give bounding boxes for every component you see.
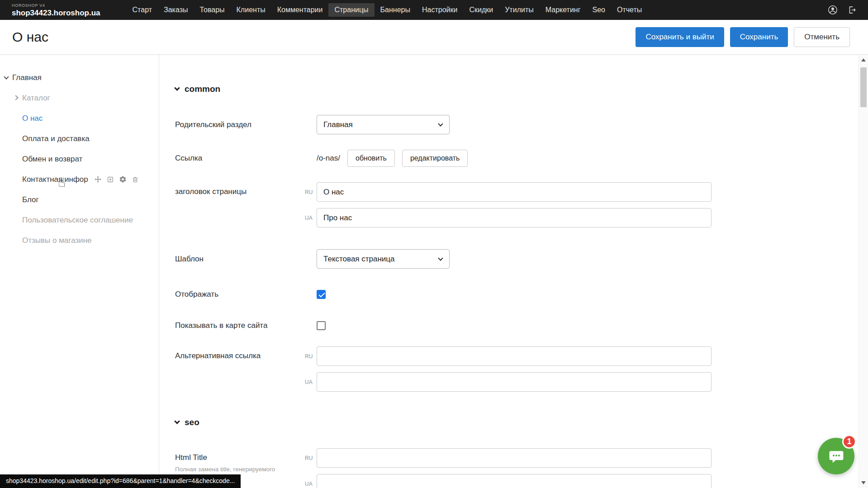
lang-ru-badge: RU — [305, 353, 317, 360]
topbar-menu-reports[interactable]: Отчеты — [611, 3, 648, 17]
sidebar-item-label: Отзывы о магазине — [22, 236, 92, 245]
topbar-menu-marketing[interactable]: Маркетинг — [540, 3, 587, 17]
template-select[interactable]: Текстовая страница — [317, 249, 450, 269]
page-title-ua-input[interactable] — [317, 208, 711, 227]
sidebar-item-katalog[interactable]: Каталог — [0, 88, 159, 108]
topbar-menu-discounts[interactable]: Скидки — [463, 3, 499, 17]
page-title-row: заголовок страницы RU UA — [175, 182, 859, 227]
alt-link-row: Альтернативная ссылка RU UA — [175, 346, 859, 392]
topbar-menu-clients[interactable]: Клиенты — [231, 3, 271, 17]
logout-icon[interactable] — [847, 5, 857, 15]
topbar: HOROSHOP V4 shop34423.horoshop.ua Старт … — [0, 0, 868, 20]
sidebar-item-label: Каталог — [22, 94, 50, 103]
field-label: Отображать — [175, 290, 317, 299]
edit-link-button[interactable]: редактировать — [402, 150, 468, 167]
move-icon[interactable] — [94, 175, 102, 183]
chevron-down-icon — [174, 418, 180, 424]
select-value: Текстовая страница — [323, 255, 395, 264]
chevron-down-icon[interactable] — [4, 74, 9, 79]
sidebar-item-label: О нас — [22, 114, 43, 123]
section-seo-header[interactable]: seo — [175, 417, 859, 427]
chevron-down-icon — [438, 121, 443, 126]
topbar-menu-orders[interactable]: Заказы — [158, 3, 194, 17]
display-row: Отображать — [175, 290, 859, 299]
lang-inputs: RU UA — [305, 182, 711, 227]
sidebar-item-label: Пользовательское соглашение — [22, 216, 133, 225]
html-title-ua-input[interactable] — [317, 474, 711, 488]
topbar-menu-settings[interactable]: Настройки — [416, 3, 463, 17]
sidebar-item-oplata-i-dostavka[interactable]: Оплата и доставка — [0, 128, 159, 149]
display-checkbox[interactable] — [317, 290, 326, 299]
topbar-menu-pages[interactable]: Страницы — [328, 3, 374, 17]
add-page-icon[interactable] — [107, 176, 114, 183]
sidebar-item-label: Обмен и возврат — [22, 155, 82, 164]
topbar-menu-seo[interactable]: Seo — [587, 3, 611, 17]
chevron-down-icon — [174, 85, 180, 91]
scroll-up-arrow[interactable] — [861, 58, 866, 62]
user-account-icon[interactable] — [827, 5, 838, 15]
settings-gear-icon[interactable] — [119, 175, 127, 183]
lang-inputs: RU UA — [305, 346, 711, 392]
save-button[interactable]: Сохранить — [730, 27, 788, 47]
sidebar-item-kontaktnaya-informatsiya[interactable]: Контактная инфор — [0, 169, 159, 190]
sidebar-item-o-nas[interactable]: О нас — [0, 108, 159, 128]
pages-tree-sidebar: Главная Каталог О нас Оплата и доставка … — [0, 55, 159, 488]
sidebar-item-label: Главная — [12, 73, 42, 82]
chat-launcher-button[interactable]: 1 — [818, 438, 854, 474]
lang-ua-badge: UA — [305, 215, 317, 221]
sidebar-item-glavnaya[interactable]: Главная — [0, 67, 159, 88]
chat-unread-badge: 1 — [842, 435, 856, 449]
refresh-link-button[interactable]: обновить — [347, 150, 395, 167]
vertical-scrollbar[interactable] — [859, 55, 868, 488]
brand-version-label: HOROSHOP V4 — [12, 4, 100, 8]
field-label: Родительский раздел — [175, 120, 317, 129]
sitemap-checkbox[interactable] — [317, 321, 326, 330]
topbar-menu: Старт Заказы Товары Клиенты Комментарии … — [127, 3, 648, 17]
cancel-button[interactable]: Отменить — [794, 27, 850, 47]
field-label: Ссылка — [175, 154, 317, 163]
field-label: Альтернативная ссылка — [175, 346, 305, 360]
save-and-exit-button[interactable]: Сохранить и выйти — [636, 27, 724, 47]
scrollbar-thumb[interactable] — [860, 67, 867, 107]
sidebar-item-label: Контактная инфор — [22, 175, 88, 184]
sidebar-item-blog[interactable]: Блог — [0, 190, 159, 210]
parent-section-row: Родительский раздел Главная — [175, 115, 859, 134]
topbar-menu-start[interactable]: Старт — [127, 3, 158, 17]
alt-link-ru-input[interactable] — [317, 346, 711, 366]
html-title-ru-input[interactable] — [317, 448, 711, 468]
lang-inputs: RU UA — [305, 448, 711, 488]
field-label: Html Title — [175, 453, 305, 462]
topbar-menu-products[interactable]: Товары — [194, 3, 231, 17]
page-url-path: /o-nas/ — [317, 154, 340, 163]
sidebar-item-obmen-i-vozvrat[interactable]: Обмен и возврат — [0, 149, 159, 169]
lang-ua-badge: UA — [305, 379, 317, 385]
chevron-right-icon[interactable] — [13, 95, 18, 100]
parent-section-select[interactable]: Главная — [317, 115, 450, 134]
delete-trash-icon[interactable] — [132, 176, 139, 183]
link-row: Ссылка /o-nas/ обновить редактировать — [175, 150, 859, 167]
page-edit-form: common Родительский раздел Главная Ссылк… — [160, 55, 859, 488]
link-preview-statusbar: shop34423.horoshop.ua/edit/edit.php?id=6… — [0, 474, 241, 488]
topbar-menu-comments[interactable]: Комментарии — [271, 3, 329, 17]
alt-link-ua-input[interactable] — [317, 372, 711, 392]
section-title: seo — [185, 417, 199, 427]
page-header: О нас Сохранить и выйти Сохранить Отмени… — [0, 20, 868, 55]
field-label: Показывать в карте сайта — [175, 321, 317, 330]
sidebar-item-polzovatelskoe-soglashenie[interactable]: Пользовательское соглашение — [0, 210, 159, 230]
topbar-menu-utilities[interactable]: Утилиты — [499, 3, 540, 17]
sidebar-item-label: Блог — [22, 195, 39, 204]
section-common-header[interactable]: common — [175, 84, 859, 94]
lang-ru-badge: RU — [305, 189, 317, 195]
brand-logo[interactable]: HOROSHOP V4 shop34423.horoshop.ua — [12, 4, 100, 17]
page-title-ru-input[interactable] — [317, 182, 711, 202]
sidebar-item-otzyvy-o-magazine[interactable]: Отзывы о магазине — [0, 230, 159, 251]
html-title-row: Html Title Полная замена title, генериру… — [175, 448, 859, 488]
field-hint: Полная замена title, генерируемого — [175, 466, 305, 474]
sitemap-row: Показывать в карте сайта — [175, 321, 859, 330]
scroll-down-arrow[interactable] — [861, 481, 866, 484]
select-value: Главная — [323, 120, 353, 129]
shop-domain-label: shop34423.horoshop.ua — [12, 9, 100, 17]
template-row: Шаблон Текстовая страница — [175, 249, 859, 269]
topbar-menu-banners[interactable]: Баннеры — [375, 3, 416, 17]
lang-ua-badge: UA — [305, 481, 317, 487]
